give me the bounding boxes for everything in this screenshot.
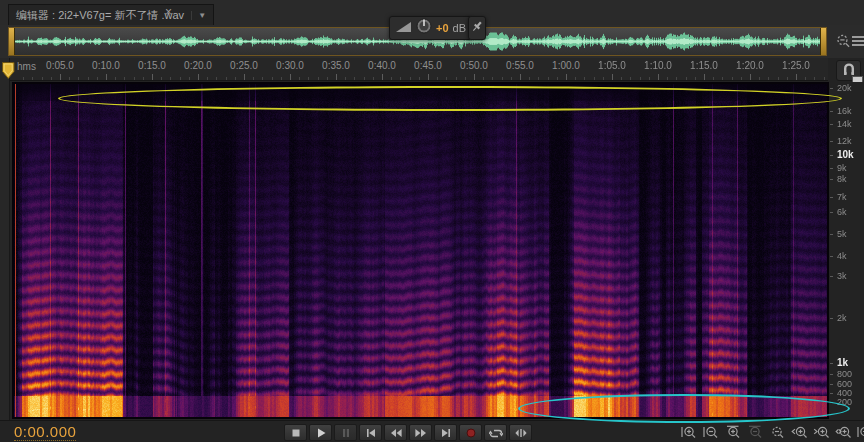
zoom-to-selection-button[interactable] [835,424,852,439]
zoom-in-right-edge-button[interactable] [813,424,830,439]
record-button[interactable] [459,424,482,441]
freq-label-10k: 10k [837,150,854,160]
ruler-minor-tick [281,77,282,80]
freq-tick [830,111,833,112]
ruler-major-tick [198,74,199,80]
timeline-ruler[interactable]: hms 0:05.00:10.00:15.00:20.00:25.00:30.0… [10,58,828,81]
ruler-minor-tick [575,77,576,80]
ruler-minor-tick [722,77,723,80]
ruler-minor-tick [603,77,604,80]
zoom-out-time-icon [703,425,720,439]
skip-playhead-button[interactable] [509,424,532,441]
stop-icon [289,427,303,439]
gain-knob[interactable] [416,18,432,38]
zoom-in-left-edge-icon [791,425,808,439]
annotation-ellipse-high-freq [58,86,842,111]
chevron-down-icon[interactable]: ▼ [191,11,206,20]
freq-tick [830,155,833,156]
zoom-in-time-icon [681,425,698,439]
ruler-minor-tick [143,77,144,80]
left-dock-rail [0,25,10,442]
pin-button[interactable] [468,16,486,40]
ruler-minor-tick [308,77,309,80]
play-icon [314,427,328,439]
ruler-tick-label: 1:15.0 [690,60,718,71]
zoom-out-amplitude-button[interactable] [747,424,764,439]
ruler-minor-tick [759,77,760,80]
ruler-minor-tick [732,77,733,80]
ruler-minor-tick [778,77,779,80]
skip-to-end-button[interactable] [434,424,457,441]
ruler-minor-tick [437,77,438,80]
ruler-minor-tick [78,77,79,80]
zoom-reset-button[interactable] [857,424,864,439]
ruler-minor-tick [373,77,374,80]
ruler-minor-tick [207,77,208,80]
ruler-minor-tick [69,77,70,80]
fast-forward-button[interactable] [409,424,432,441]
ruler-minor-tick [134,77,135,80]
stop-button[interactable] [284,424,307,441]
freq-tick [830,212,833,213]
zoom-in-time-button[interactable] [681,424,698,439]
freq-label-5k: 5k [837,229,847,239]
ruler-major-tick [60,74,61,80]
freq-label-20k: 20k [837,83,852,93]
skip-to-end-icon [439,427,453,439]
playhead-time-display[interactable]: 0:00.000 [14,423,76,441]
panel-menu-icon[interactable] [852,36,864,48]
ruler-minor-tick [216,77,217,80]
freq-tick [830,363,833,364]
spectrogram-panel [12,82,829,419]
freq-tick [830,168,833,169]
ruler-tick-label: 0:45.0 [414,60,442,71]
freq-label-3k: 3k [837,271,847,281]
ruler-minor-tick [456,77,457,80]
ruler-major-tick [704,74,705,80]
ruler-major-tick [520,74,521,80]
annotation-ellipse-low-freq [518,394,850,423]
playhead-line[interactable] [15,84,16,417]
zoom-out-time-button[interactable] [703,424,720,439]
playhead-marker[interactable] [1,61,16,80]
ruler-major-tick [382,74,383,80]
play-button[interactable] [309,424,332,441]
close-tab-icon[interactable]: × [165,6,172,18]
gain-unit-label: dB [453,22,466,34]
zoom-in-left-edge-button[interactable] [791,424,808,439]
gain-value[interactable]: +0 [436,22,449,34]
ruler-minor-tick [630,77,631,80]
overview-zoom-reset-icon[interactable] [835,33,852,54]
rewind-button[interactable] [384,424,407,441]
status-bar: 0:00.000 [0,420,864,442]
skip-to-start-button[interactable] [359,424,382,441]
freq-label-7k: 7k [837,192,847,202]
ruler-tick-label: 0:15.0 [138,60,166,71]
ruler-minor-tick [410,77,411,80]
ruler-minor-tick [189,77,190,80]
spectrogram-canvas[interactable] [14,84,827,417]
range-handle-right[interactable] [820,28,826,55]
ruler-minor-tick [364,77,365,80]
zoom-in-amplitude-button[interactable] [725,424,742,439]
loop-playback-button[interactable] [484,424,507,441]
freq-label-1k: 1k [837,358,848,368]
ruler-major-tick [474,74,475,80]
ruler-minor-tick [814,77,815,80]
ruler-minor-tick [23,77,24,80]
editor-tab[interactable]: 编辑器 : 2i2+V67g= 新不了情 .wav ▼ [8,4,214,25]
ruler-minor-tick [649,77,650,80]
freq-label-9k: 9k [837,163,847,173]
ruler-major-tick [244,74,245,80]
ruler-tick-label: 0:05.0 [46,60,74,71]
ruler-minor-tick [621,77,622,80]
pause-button[interactable] [334,424,357,441]
freq-tick [830,197,833,198]
zoom-out-full-button[interactable] [769,424,786,439]
transport-controls [284,424,532,441]
ruler-major-tick [106,74,107,80]
ruler-tick-label: 0:10.0 [92,60,120,71]
ruler-tick-label: 1:10.0 [644,60,672,71]
ruler-minor-tick [262,77,263,80]
ruler-minor-tick [492,77,493,80]
